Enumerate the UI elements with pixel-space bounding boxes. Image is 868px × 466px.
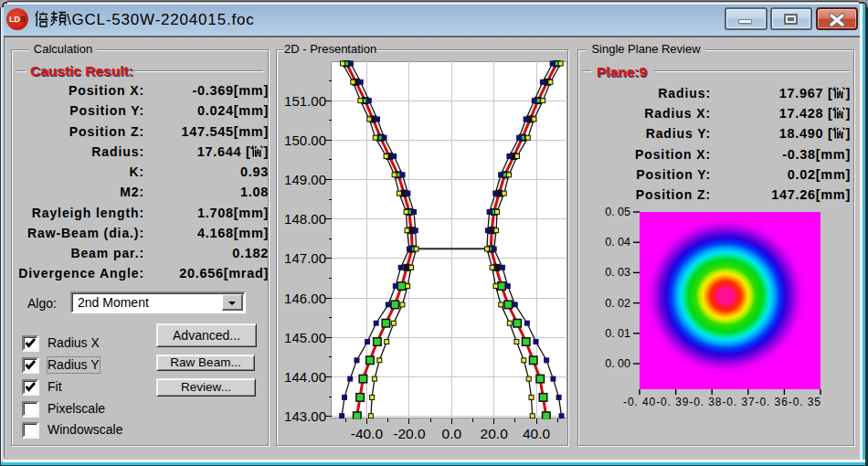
- svg-text:145.00: 145.00: [284, 330, 326, 345]
- svg-text:-0. 40-0. 39-0. 38-0. 37-0. 36: -0. 40-0. 39-0. 38-0. 37-0. 36-0. 35: [623, 396, 820, 408]
- svg-text:149.00: 149.00: [284, 172, 326, 187]
- svg-text:147.00: 147.00: [284, 250, 326, 266]
- svg-text:-20.0: -20.0: [393, 426, 426, 441]
- svg-text:144.00: 144.00: [284, 369, 326, 385]
- svg-text:0. 03: 0. 03: [605, 266, 630, 279]
- svg-text:0.0: 0.0: [442, 426, 462, 441]
- svg-text:0. 05: 0. 05: [605, 206, 630, 218]
- svg-text:0. 04: 0. 04: [605, 236, 630, 249]
- svg-text:143.00: 143.00: [284, 408, 326, 424]
- svg-text:0. 00: 0. 00: [605, 357, 630, 370]
- svg-text:40.0: 40.0: [523, 426, 551, 441]
- svg-text:0. 01: 0. 01: [605, 327, 630, 340]
- svg-text:148.00: 148.00: [284, 211, 326, 227]
- svg-text:146.00: 146.00: [284, 291, 326, 306]
- svg-text:-40.0: -40.0: [351, 426, 384, 441]
- svg-text:0. 02: 0. 02: [605, 297, 630, 310]
- svg-text:20.0: 20.0: [481, 426, 509, 441]
- svg-text:151.00: 151.00: [284, 93, 326, 109]
- svg-text:150.00: 150.00: [284, 132, 326, 148]
